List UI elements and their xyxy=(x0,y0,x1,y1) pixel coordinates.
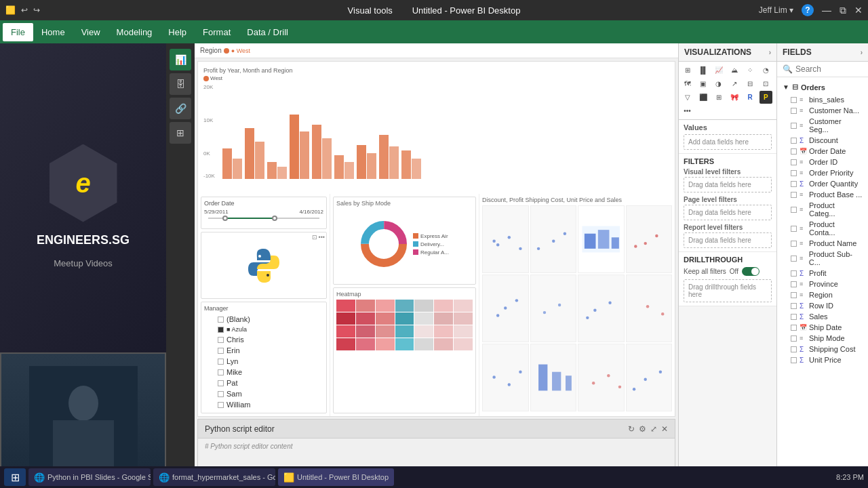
page-drop-zone[interactable]: Drag data fields here xyxy=(684,205,772,220)
field-profit[interactable]: ΣProfit xyxy=(777,268,868,279)
menu-file[interactable]: File xyxy=(3,23,33,41)
manager-erin-cb[interactable] xyxy=(218,348,224,354)
vi-waterfall[interactable]: ⬛ xyxy=(696,91,709,104)
panel-expand-icon[interactable]: ⊡ xyxy=(312,234,317,241)
orders-group-header[interactable]: ▼ ⊟ Orders xyxy=(777,80,868,94)
vi-slicer[interactable]: ⊟ xyxy=(744,77,757,90)
fields-arrow[interactable]: › xyxy=(861,49,863,56)
vi-gauge[interactable]: ◑ xyxy=(712,77,725,90)
vi-map[interactable]: 🗺 xyxy=(681,77,694,90)
report-canvas[interactable]: Profit by Year, Month and Region West 20… xyxy=(197,61,675,417)
editor-expand-icon[interactable]: ⤢ xyxy=(650,424,657,434)
taskbar-btn-chrome2[interactable]: 🌐 format_hypermarket_sales - Go... xyxy=(153,468,275,486)
add-fields-box[interactable]: Add data fields here xyxy=(684,134,772,150)
manager-lyn[interactable]: Lyn xyxy=(204,356,323,367)
vi-matrix[interactable]: ⊞ xyxy=(712,91,725,104)
vi-funnel[interactable]: ▽ xyxy=(681,91,694,104)
vi-card[interactable]: ▣ xyxy=(696,77,709,90)
field-bins-sales[interactable]: ≡bins_sales xyxy=(777,94,868,105)
menu-datadrill[interactable]: Data / Drill xyxy=(239,23,296,41)
menu-format[interactable]: Format xyxy=(195,23,239,41)
editor-settings-icon[interactable]: ⚙ xyxy=(639,424,646,434)
field-sales[interactable]: ΣSales xyxy=(777,311,868,322)
viz-arrow[interactable]: › xyxy=(769,49,771,56)
vi-table[interactable]: ⊞ xyxy=(681,64,694,77)
region-filter[interactable]: Region ● West xyxy=(200,47,250,54)
vi-scatter[interactable]: ⁘ xyxy=(744,64,757,77)
keep-toggle[interactable] xyxy=(742,267,760,276)
sidebar-icon-3[interactable]: ⊞ xyxy=(170,122,191,144)
vi-treemap[interactable]: ⊡ xyxy=(760,77,772,90)
field-customer-na[interactable]: ≡Customer Na... xyxy=(777,105,868,116)
field-row-id[interactable]: ΣRow ID xyxy=(777,300,868,311)
manager-mike[interactable]: Mike xyxy=(204,367,323,378)
minimize-icon[interactable]: — xyxy=(822,5,831,16)
field-order-id[interactable]: ≡Order ID xyxy=(777,157,868,167)
field-province[interactable]: ≡Province xyxy=(777,279,868,289)
redo-icon[interactable]: ↪ xyxy=(33,5,40,15)
manager-lyn-cb[interactable] xyxy=(218,359,224,365)
vi-area[interactable]: ⛰ xyxy=(728,64,741,77)
field-ship-mode[interactable]: ≡Ship Mode xyxy=(777,333,868,344)
manager-chris[interactable]: Chris xyxy=(204,334,323,345)
start-button[interactable]: ⊞ xyxy=(4,468,26,486)
help-icon[interactable]: ? xyxy=(802,4,814,16)
manager-blank[interactable]: (Blank) xyxy=(204,314,323,325)
sidebar-icon-data[interactable]: 🗄 xyxy=(170,73,191,95)
vi-pie[interactable]: ◔ xyxy=(760,64,772,77)
menu-modeling[interactable]: Modeling xyxy=(108,23,161,41)
maximize-icon[interactable]: ⧉ xyxy=(840,5,846,16)
editor-refresh-icon[interactable]: ↻ xyxy=(628,424,635,434)
slicer-handle-left[interactable] xyxy=(222,216,228,221)
field-product-name[interactable]: ≡Product Name xyxy=(777,238,868,249)
manager-pat[interactable]: Pat xyxy=(204,378,323,388)
visual-drop-zone[interactable]: Drag data fields here xyxy=(684,177,772,192)
manager-blank-cb[interactable] xyxy=(218,317,224,323)
field-product-base[interactable]: ≡Product Base ... xyxy=(777,189,868,200)
manager-azula-cb[interactable] xyxy=(218,327,224,333)
vi-bar[interactable]: ▐▌ xyxy=(696,64,709,77)
manager-william[interactable]: William xyxy=(204,399,323,410)
menu-home[interactable]: Home xyxy=(33,23,73,41)
manager-azula[interactable]: ■ Azula xyxy=(204,325,323,334)
search-input[interactable] xyxy=(795,64,863,74)
menu-view[interactable]: View xyxy=(73,23,108,41)
vi-kpi[interactable]: ↗ xyxy=(728,77,741,90)
slicer-handle-right[interactable] xyxy=(272,216,277,221)
manager-william-cb[interactable] xyxy=(218,402,224,408)
date-slicer[interactable]: Order Date 5/29/2011 4/16/2012 xyxy=(201,197,327,229)
manager-sam-cb[interactable] xyxy=(218,391,224,397)
vi-more[interactable]: ••• xyxy=(681,104,694,117)
vi-r[interactable]: R xyxy=(744,91,757,104)
manager-chris-cb[interactable] xyxy=(218,337,224,343)
manager-pat-cb[interactable] xyxy=(218,380,224,386)
field-product-categ[interactable]: ≡Product Categ... xyxy=(777,200,868,219)
editor-close-icon[interactable]: ✕ xyxy=(661,424,668,434)
field-customer-seg[interactable]: ≡Customer Seg... xyxy=(777,116,868,135)
panel-menu-icon[interactable]: ••• xyxy=(319,234,325,241)
taskbar-btn-chrome1[interactable]: 🌐 Python in PBI Slides - Google Sl... xyxy=(28,468,151,486)
field-ship-date[interactable]: 📅Ship Date xyxy=(777,322,868,333)
field-discount[interactable]: ΣDiscount xyxy=(777,135,868,146)
slicer-track-container[interactable] xyxy=(204,218,323,226)
manager-sam[interactable]: Sam xyxy=(204,388,323,399)
undo-icon[interactable]: ↩ xyxy=(21,5,28,15)
field-order-date[interactable]: 📅Order Date xyxy=(777,146,868,157)
manager-erin[interactable]: Erin xyxy=(204,345,323,356)
vi-python[interactable]: P xyxy=(760,91,772,104)
field-region[interactable]: ≡Region xyxy=(777,289,868,300)
vi-ribbon[interactable]: 🎀 xyxy=(728,91,741,104)
field-shipping-cost[interactable]: ΣShipping Cost xyxy=(777,344,868,354)
report-drop-zone[interactable]: Drag data fields here xyxy=(684,232,772,248)
field-product-sub[interactable]: ≡Product Sub-C... xyxy=(777,249,868,268)
field-unit-price[interactable]: ΣUnit Price xyxy=(777,354,868,365)
taskbar-btn-powerbi[interactable]: 🟨 Untitled - Power BI Desktop xyxy=(278,468,394,486)
sidebar-icon-report[interactable]: 📊 xyxy=(170,49,191,70)
sidebar-icon-model[interactable]: 🔗 xyxy=(170,98,191,119)
field-order-quantity[interactable]: ΣOrder Quantity xyxy=(777,178,868,189)
menu-help[interactable]: Help xyxy=(160,23,195,41)
field-product-conta[interactable]: ≡Product Conta... xyxy=(777,219,868,238)
drillthrough-drop-zone[interactable]: Drag drillthrough fields here xyxy=(684,279,772,302)
field-order-priority[interactable]: ≡Order Priority xyxy=(777,167,868,178)
close-icon[interactable]: ✕ xyxy=(854,5,863,16)
